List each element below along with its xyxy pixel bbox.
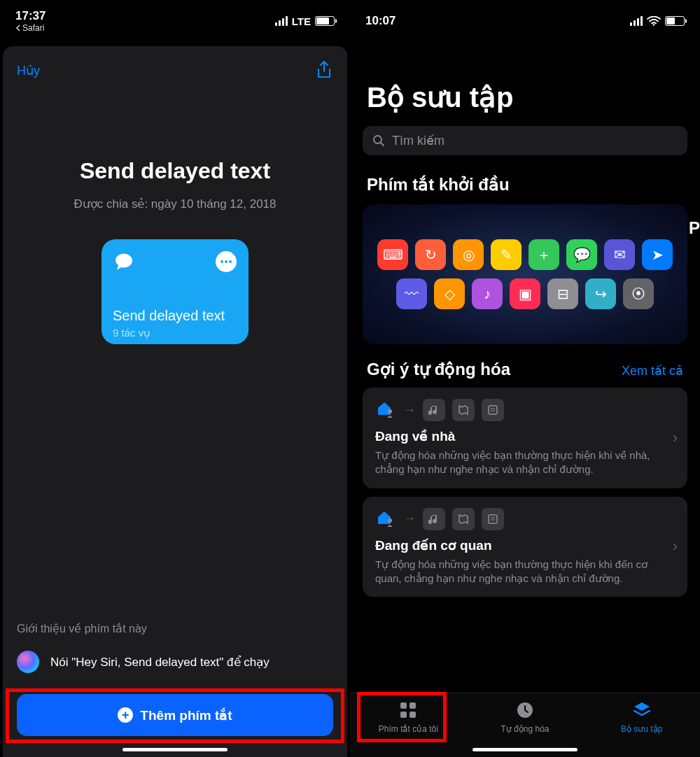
music-icon	[423, 399, 445, 421]
starter-mini-icon: ◇	[434, 278, 465, 309]
starter-mini-icon: ⦿	[623, 278, 654, 309]
about-label: Giới thiệu về phím tắt này	[17, 622, 333, 635]
svg-rect-12	[489, 515, 497, 523]
arrow-icon: →	[403, 511, 416, 526]
starter-mini-icon: ⊟	[547, 278, 578, 309]
clock-icon	[515, 700, 535, 720]
suggestion-going-home[interactable]: → Đang về nhà Tự động hóa những việc bạn…	[363, 388, 687, 488]
cancel-button[interactable]: Hủy	[17, 63, 40, 78]
suggestion-going-work[interactable]: → Đang đến cơ quan Tự động hóa những việ…	[363, 497, 687, 597]
svg-rect-18	[410, 712, 416, 718]
starter-mini-icon: ▣	[510, 278, 540, 309]
starter-mini-icon: ↪	[585, 278, 616, 309]
signal-icon	[275, 16, 288, 26]
status-time: 17:37	[15, 9, 46, 23]
add-shortcut-button[interactable]: + Thêm phím tắt	[17, 694, 333, 736]
suggestion-title: Đang đến cơ quan	[375, 537, 675, 553]
status-right	[630, 16, 685, 26]
starter-mini-icon: ◎	[453, 239, 484, 270]
card-title: Send delayed text	[113, 308, 237, 324]
starter-mini-icon: 〰	[396, 278, 427, 309]
search-placeholder: Tìm kiếm	[392, 133, 444, 148]
add-shortcut-sheet: Hủy Send delayed text Được chia sẻ: ngày…	[3, 46, 347, 757]
suggestion-desc: Tự động hóa những việc bạn thường thực h…	[375, 448, 675, 477]
starter-section-title: Phím tắt khởi đầu	[350, 155, 700, 204]
maps-icon	[452, 508, 475, 530]
layers-icon	[632, 700, 652, 720]
svg-point-7	[388, 409, 392, 413]
maps-icon	[452, 399, 475, 421]
svg-line-6	[381, 143, 384, 146]
tab-gallery[interactable]: Bộ sưu tập	[584, 700, 699, 734]
plus-icon: +	[118, 707, 133, 723]
page-title: Bộ sưu tập	[350, 48, 700, 126]
siri-icon	[17, 651, 39, 673]
svg-rect-17	[400, 712, 407, 718]
svg-point-4	[653, 24, 655, 26]
wifi-icon	[647, 16, 661, 26]
svg-rect-8	[489, 406, 497, 414]
grid-icon	[398, 700, 418, 720]
battery-icon	[665, 16, 685, 26]
home-indicator[interactable]	[122, 748, 227, 751]
messages-icon	[113, 250, 138, 278]
add-button-label: Thêm phím tắt	[140, 707, 232, 723]
siri-hint-row: Nói "Hey Siri, Send delayed text" để chạ…	[17, 651, 333, 673]
battery-icon	[315, 16, 335, 26]
home-person-icon	[375, 509, 396, 530]
starter-mini-icon: ↻	[415, 239, 446, 270]
automation-section-title: Gợi ý tự động hóa	[367, 360, 510, 379]
back-to-safari[interactable]: Safari	[15, 23, 46, 33]
svg-point-5	[374, 136, 382, 143]
card-subtitle: 9 tác vụ	[113, 327, 237, 339]
shortcut-title: Send delayed text	[17, 158, 333, 184]
search-input[interactable]: Tìm kiếm	[363, 126, 687, 155]
chevron-right-icon: ›	[673, 537, 678, 556]
phone-left: 17:37 Safari LTE Hủy Send delayed text Đ…	[0, 0, 350, 757]
tab-automation[interactable]: Tự động hóa	[467, 700, 582, 734]
shared-date: Được chia sẻ: ngày 10 tháng 12, 2018	[17, 197, 333, 211]
more-icon[interactable]	[215, 250, 237, 278]
status-right: LTE	[275, 15, 335, 27]
starter-mini-icon: ✉︎	[604, 239, 635, 270]
shortcut-preview-card[interactable]: Send delayed text 9 tác vụ	[102, 239, 248, 344]
svg-point-2	[225, 260, 227, 263]
suggestion-title: Đang về nhà	[375, 428, 675, 444]
music-icon	[423, 508, 445, 530]
next-section-peek: P	[689, 218, 700, 238]
starter-mini-icon: ⌨︎	[377, 239, 408, 270]
starter-shortcuts-card[interactable]: ⌨︎↻◎✎＋💬✉︎➤ 〰◇♪▣⊟↪⦿	[363, 204, 687, 344]
siri-hint-text: Nói "Hey Siri, Send delayed text" để chạ…	[50, 655, 270, 670]
see-all-button[interactable]: Xem tất cả	[622, 363, 683, 378]
svg-rect-16	[410, 702, 416, 709]
search-icon	[372, 134, 385, 147]
home-person-icon	[375, 399, 396, 420]
signal-icon	[630, 16, 643, 26]
phone-right: 10:07 Bộ sưu tập Tìm kiếm Phím tắt khởi …	[350, 0, 700, 757]
news-icon	[482, 399, 504, 421]
starter-mini-icon: 💬	[566, 239, 597, 270]
status-bar: 17:37 Safari LTE	[0, 0, 350, 34]
home-indicator[interactable]	[472, 748, 578, 751]
network-label: LTE	[292, 15, 311, 27]
svg-point-3	[229, 260, 232, 263]
tab-my-shortcuts[interactable]: Phím tắt của tôi	[351, 700, 466, 734]
starter-mini-icon: ♪	[472, 278, 503, 309]
chevron-right-icon: ›	[673, 429, 678, 447]
svg-point-11	[388, 518, 392, 523]
starter-mini-icon: ➤	[642, 239, 673, 270]
svg-rect-15	[400, 702, 407, 709]
suggestion-desc: Tự động hóa những việc bạn thường thực h…	[375, 558, 675, 586]
share-button[interactable]	[315, 60, 333, 81]
news-icon	[482, 508, 504, 530]
status-bar: 10:07	[350, 0, 700, 34]
status-time: 10:07	[365, 14, 396, 28]
starter-mini-icon: ✎	[491, 239, 522, 270]
svg-point-1	[220, 260, 223, 263]
arrow-icon: →	[403, 403, 416, 418]
starter-mini-icon: ＋	[528, 239, 559, 270]
